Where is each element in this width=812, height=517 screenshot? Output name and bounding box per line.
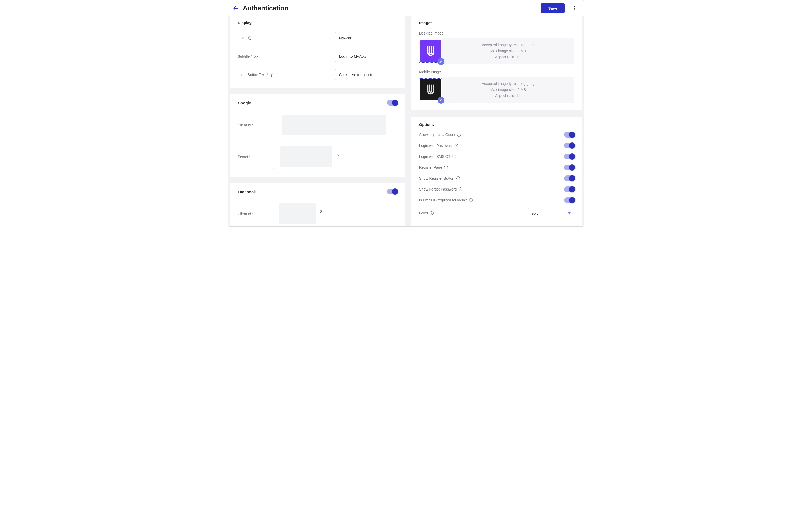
- pencil-icon: [439, 98, 443, 102]
- login-sms-otp-label: Login with SMS OTP i: [419, 154, 459, 159]
- chevron-down-icon: [568, 212, 571, 214]
- login-button-text-input[interactable]: [335, 69, 395, 80]
- login-sms-otp-toggle[interactable]: [564, 154, 575, 160]
- login-password-toggle[interactable]: [564, 143, 575, 148]
- right-column: Images Desktop Image Accepted image type…: [411, 16, 582, 226]
- options-title: Options: [419, 122, 434, 127]
- google-toggle[interactable]: [387, 100, 398, 106]
- subtitle-input[interactable]: [335, 51, 395, 62]
- info-icon[interactable]: i: [430, 211, 434, 215]
- level-label: Level i: [419, 211, 434, 215]
- google-clientid-input[interactable]: 76 ogle: [273, 113, 398, 137]
- images-card: Images Desktop Image Accepted image type…: [411, 16, 582, 110]
- google-title: Google: [238, 101, 251, 105]
- show-forgot-password-toggle[interactable]: [564, 186, 575, 192]
- desktop-image-label: Desktop Image: [419, 31, 575, 35]
- facebook-title: Facebook: [238, 190, 256, 194]
- info-icon[interactable]: i: [455, 144, 458, 147]
- desktop-image-hint: Accepted image types: png, jpeg Max imag…: [442, 38, 575, 64]
- register-page-toggle[interactable]: [564, 165, 575, 170]
- arrow-left-icon: [233, 5, 238, 11]
- svg-point-3: [574, 9, 575, 10]
- app-logo-icon: [424, 83, 438, 97]
- mobile-image-label: Mobile Image: [419, 70, 575, 74]
- display-card: Display Title * i Subtitle * i: [230, 16, 405, 88]
- app-logo-icon: [424, 44, 438, 58]
- allow-guest-label: Allow login as a Guest i: [419, 133, 461, 137]
- info-icon[interactable]: i: [469, 198, 473, 202]
- edit-desktop-image-button[interactable]: [438, 58, 444, 65]
- images-title: Images: [419, 21, 433, 25]
- edit-mobile-image-button[interactable]: [438, 97, 444, 104]
- app-frame: Authentication Save Display Title * i: [228, 0, 584, 227]
- email-required-label: Is Email ID required for login? i: [419, 198, 473, 202]
- info-icon[interactable]: i: [455, 155, 459, 158]
- login-password-label: Login with Password i: [419, 144, 458, 148]
- redaction-bar: [279, 203, 316, 224]
- show-register-button-toggle[interactable]: [564, 175, 575, 181]
- google-secret-input[interactable]: X N: [273, 145, 398, 169]
- register-page-label: Register Page i: [419, 165, 448, 170]
- mobile-image-hint: Accepted image types: png, jpeg Max imag…: [442, 77, 575, 102]
- info-icon[interactable]: i: [444, 166, 448, 169]
- body-scroll[interactable]: Display Title * i Subtitle * i: [228, 16, 584, 226]
- page-title: Authentication: [243, 4, 288, 12]
- info-icon[interactable]: i: [254, 55, 258, 58]
- facebook-clientid-input[interactable]: 1 2: [273, 202, 398, 226]
- info-icon[interactable]: i: [459, 188, 462, 191]
- facebook-clientid-label: Client Id *: [238, 212, 273, 216]
- info-icon[interactable]: i: [249, 36, 252, 40]
- title-input[interactable]: [335, 32, 395, 44]
- save-button[interactable]: Save: [541, 3, 564, 13]
- mobile-image-thumb[interactable]: [419, 78, 442, 101]
- display-title: Display: [238, 21, 252, 25]
- level-select[interactable]: soft: [528, 208, 575, 218]
- subtitle-label: Subtitle * i: [238, 54, 273, 58]
- info-icon[interactable]: i: [270, 73, 273, 77]
- facebook-card: Facebook Client Id * 1 2: [230, 183, 405, 226]
- back-button[interactable]: [232, 5, 239, 12]
- page-header: Authentication Save: [228, 0, 584, 16]
- dots-vertical-icon: [572, 6, 577, 11]
- info-icon[interactable]: i: [456, 176, 460, 180]
- overflow-menu-button[interactable]: [570, 4, 579, 12]
- show-forgot-password-label: Show Forgot Password i: [419, 187, 463, 191]
- google-clientid-label: Client Id *: [238, 123, 273, 127]
- email-required-toggle[interactable]: [564, 197, 575, 203]
- google-secret-label: Secret *: [238, 155, 273, 159]
- info-icon[interactable]: i: [457, 133, 461, 137]
- show-register-button-label: Show Register Button i: [419, 176, 460, 180]
- google-card: Google Client Id * 76: [230, 94, 405, 177]
- svg-point-2: [574, 8, 575, 8]
- facebook-toggle[interactable]: [387, 189, 398, 194]
- left-column: Display Title * i Subtitle * i: [230, 16, 405, 226]
- pencil-icon: [439, 60, 443, 63]
- login-btn-text-label: Login Button Text * i: [238, 73, 279, 77]
- allow-guest-toggle[interactable]: [564, 132, 575, 138]
- title-label: Title * i: [238, 36, 273, 40]
- options-card: Options Allow login as a Guest i Login w…: [411, 117, 582, 226]
- redaction-bar: [282, 115, 386, 136]
- desktop-image-thumb[interactable]: [419, 40, 442, 62]
- svg-point-1: [574, 6, 575, 7]
- redaction-bar: [280, 146, 332, 167]
